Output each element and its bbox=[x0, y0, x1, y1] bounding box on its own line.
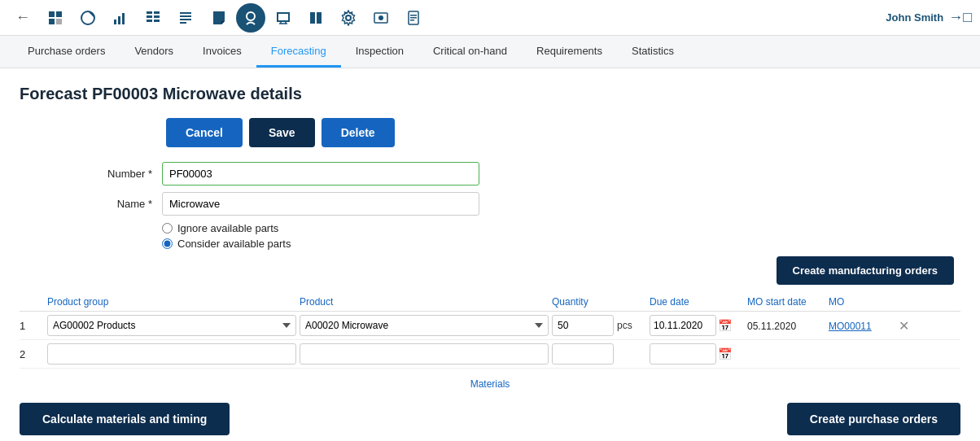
row1-due-date-input[interactable] bbox=[650, 315, 716, 336]
tab-forecasting[interactable]: Forecasting bbox=[256, 37, 341, 68]
app-icon-3[interactable] bbox=[106, 3, 135, 33]
app-icon-8[interactable] bbox=[269, 3, 298, 33]
col-header-due-date: Due date bbox=[646, 296, 744, 308]
cancel-button[interactable]: Cancel bbox=[166, 118, 243, 147]
user-name: John Smith bbox=[886, 11, 943, 24]
row2-date-wrapper: 📅 bbox=[650, 343, 744, 365]
radio-consider-row: Consider available parts bbox=[162, 238, 960, 250]
tab-requirements[interactable]: Requirements bbox=[522, 37, 617, 68]
row2-product-group-wrapper bbox=[47, 343, 296, 365]
row1-date-wrapper: 📅 bbox=[650, 315, 744, 336]
logout-icon[interactable]: →□ bbox=[948, 9, 972, 26]
svg-rect-23 bbox=[410, 15, 417, 16]
svg-point-21 bbox=[378, 15, 383, 20]
svg-rect-10 bbox=[147, 20, 152, 22]
toolbar-icons: ← bbox=[8, 3, 886, 33]
app-icon-10[interactable] bbox=[366, 3, 396, 33]
number-input[interactable] bbox=[162, 162, 479, 186]
app-icon-6[interactable] bbox=[203, 3, 233, 33]
app-icon-9[interactable] bbox=[301, 3, 330, 33]
page-content: Forecast PF00003 Microwave details Cance… bbox=[0, 68, 980, 441]
svg-rect-17 bbox=[180, 22, 186, 24]
svg-rect-7 bbox=[122, 13, 125, 24]
svg-rect-15 bbox=[180, 15, 191, 17]
app-icon-2[interactable] bbox=[73, 3, 103, 33]
create-mo-button[interactable]: Create manufacturing orders bbox=[777, 256, 954, 285]
toolbar: ← bbox=[0, 0, 980, 36]
tab-vendors[interactable]: Vendors bbox=[120, 37, 188, 68]
svg-point-19 bbox=[346, 15, 351, 20]
svg-rect-14 bbox=[180, 12, 191, 14]
tab-invoices[interactable]: Invoices bbox=[188, 37, 256, 68]
app-icon-7[interactable] bbox=[236, 3, 265, 33]
row1-mo-start-value: 05.11.2020 bbox=[747, 321, 796, 332]
radio-ignore[interactable] bbox=[162, 223, 173, 234]
row2-product-group-select[interactable] bbox=[47, 343, 296, 365]
svg-rect-2 bbox=[49, 19, 55, 24]
row2-product-group-cell bbox=[44, 343, 296, 365]
row1-action-cell: ✕ bbox=[899, 318, 923, 334]
settings-icon[interactable] bbox=[334, 3, 363, 33]
col-header-mo: MO bbox=[825, 296, 899, 308]
row2-calendar-icon[interactable]: 📅 bbox=[718, 347, 732, 360]
tab-critical-onhand[interactable]: Critical on-hand bbox=[418, 37, 522, 68]
row1-mo-start-cell: 05.11.2020 bbox=[744, 320, 825, 332]
row2-product-cell bbox=[296, 343, 549, 365]
name-field-row: Name * bbox=[20, 192, 960, 216]
svg-rect-12 bbox=[154, 15, 160, 18]
row2-product-select[interactable] bbox=[300, 343, 549, 365]
user-info: John Smith →□ bbox=[886, 9, 972, 26]
row1-num: 1 bbox=[20, 320, 44, 332]
row2-quantity-input[interactable] bbox=[552, 343, 614, 365]
row1-calendar-icon[interactable]: 📅 bbox=[718, 319, 732, 332]
name-label: Name * bbox=[20, 198, 162, 210]
app-icon-11[interactable] bbox=[399, 3, 428, 33]
name-input[interactable] bbox=[162, 192, 479, 216]
bottom-buttons: Calculate materials and timing Create pu… bbox=[20, 396, 960, 441]
row1-product-group-cell: AG00002 Products bbox=[44, 315, 296, 336]
svg-rect-11 bbox=[154, 11, 160, 14]
table-row: 1 AG00002 Products A00020 Microwave pcs bbox=[20, 312, 960, 340]
svg-rect-5 bbox=[114, 20, 116, 24]
row2-due-date-input[interactable] bbox=[650, 343, 716, 365]
radio-group: Ignore available parts Consider availabl… bbox=[162, 222, 960, 250]
svg-rect-13 bbox=[154, 20, 160, 22]
materials-label: Materials bbox=[20, 378, 960, 390]
radio-ignore-label: Ignore available parts bbox=[177, 222, 278, 234]
radio-ignore-row: Ignore available parts bbox=[162, 222, 960, 234]
row1-mo-link[interactable]: MO00011 bbox=[829, 321, 872, 332]
svg-rect-6 bbox=[118, 16, 120, 24]
row2-due-date-cell: 📅 bbox=[646, 343, 744, 365]
radio-consider-label: Consider available parts bbox=[177, 238, 291, 250]
row1-product-select[interactable]: A00020 Microwave bbox=[300, 315, 549, 336]
nav-tabs: Purchase orders Vendors Invoices Forecas… bbox=[0, 36, 980, 68]
row1-quantity-input[interactable] bbox=[552, 315, 614, 336]
forecast-table: Product group Product Quantity Due date … bbox=[20, 293, 960, 369]
row1-delete-icon[interactable]: ✕ bbox=[899, 319, 909, 333]
row2-quantity-cell bbox=[549, 343, 614, 365]
delete-button[interactable]: Delete bbox=[322, 118, 395, 147]
tab-statistics[interactable]: Statistics bbox=[617, 37, 689, 68]
tab-inspection[interactable]: Inspection bbox=[341, 37, 418, 68]
table-header: Product group Product Quantity Due date … bbox=[20, 293, 960, 312]
app-icon-1[interactable] bbox=[41, 3, 70, 33]
save-button[interactable]: Save bbox=[249, 118, 315, 147]
radio-consider[interactable] bbox=[162, 238, 173, 249]
calc-materials-button[interactable]: Calculate materials and timing bbox=[20, 403, 230, 435]
create-purchase-button[interactable]: Create purchase orders bbox=[787, 403, 960, 435]
row1-product-group-wrapper: AG00002 Products bbox=[47, 315, 296, 336]
row1-due-date-cell: 📅 bbox=[646, 315, 744, 336]
app-icon-5[interactable] bbox=[171, 3, 200, 33]
col-header-product-group: Product group bbox=[44, 296, 296, 308]
back-icon[interactable]: ← bbox=[8, 3, 37, 33]
row1-product-wrapper: A00020 Microwave bbox=[300, 315, 549, 336]
row1-product-group-select[interactable]: AG00002 Products bbox=[47, 315, 296, 336]
app-icon-4[interactable] bbox=[138, 3, 168, 33]
number-field-row: Number * bbox=[20, 162, 960, 186]
tab-purchase-orders[interactable]: Purchase orders bbox=[13, 37, 120, 68]
row1-product-cell: A00020 Microwave bbox=[296, 315, 549, 336]
col-header-product: Product bbox=[296, 296, 549, 308]
svg-rect-9 bbox=[147, 15, 152, 18]
col-header-mo-start: MO start date bbox=[744, 296, 825, 308]
svg-rect-1 bbox=[56, 11, 62, 17]
